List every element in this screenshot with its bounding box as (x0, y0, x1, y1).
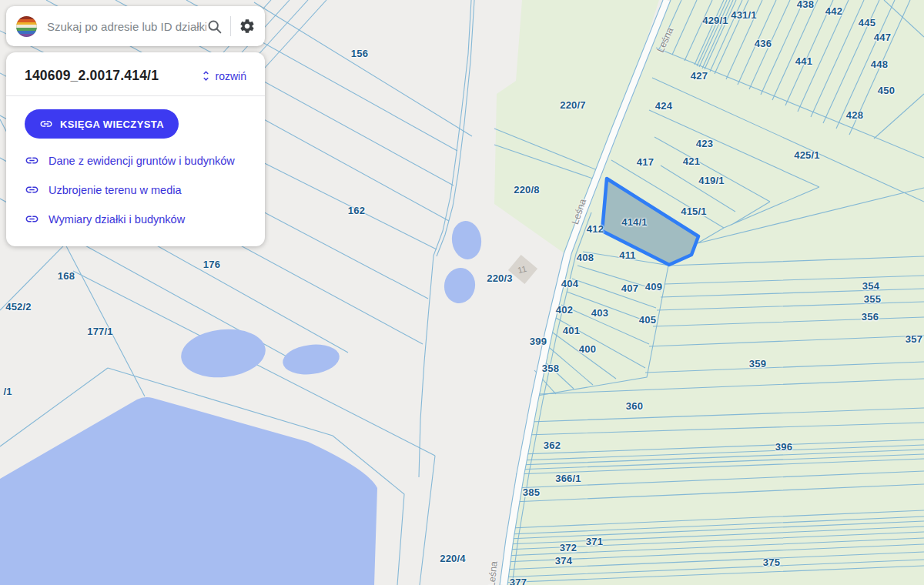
expand-button[interactable]: rozwiń (199, 69, 246, 82)
link-icon (39, 117, 53, 131)
search-icon[interactable] (206, 18, 223, 35)
link-icon (25, 153, 39, 168)
link-uzbrojenie-label: Uzbrojenie terenu w media (49, 184, 181, 196)
link-uzbrojenie[interactable]: Uzbrojenie terenu w media (25, 182, 246, 197)
parcel-info-panel: 140609_2.0017.414/1 rozwiń KSIĘGA WIECZY… (6, 52, 265, 246)
unfold-more-icon (199, 69, 213, 82)
expand-label: rozwiń (216, 70, 246, 82)
panel-divider (6, 95, 265, 96)
link-ewidencja-label: Dane z ewidencji gruntów i budynków (49, 155, 235, 167)
link-wymiary[interactable]: Wymiary działki i budynków (25, 212, 246, 226)
app-logo-icon (16, 16, 37, 37)
app-root: 156162176168452/2177/1/1220/7220/8220/32… (0, 0, 924, 585)
ksiega-wieczysta-label: KSIĘGA WIECZYSTA (60, 119, 164, 130)
link-icon (25, 182, 39, 197)
ksiega-wieczysta-button[interactable]: KSIĘGA WIECZYSTA (25, 109, 179, 139)
search-divider (230, 16, 231, 36)
search-input[interactable] (47, 20, 206, 33)
link-icon (25, 212, 39, 226)
link-wymiary-label: Wymiary działki i budynków (49, 213, 185, 226)
parcel-id-title: 140609_2.0017.414/1 (25, 68, 159, 84)
gear-icon[interactable] (239, 18, 256, 35)
search-bar[interactable] (6, 6, 265, 46)
link-ewidencja[interactable]: Dane z ewidencji gruntów i budynków (25, 153, 246, 168)
